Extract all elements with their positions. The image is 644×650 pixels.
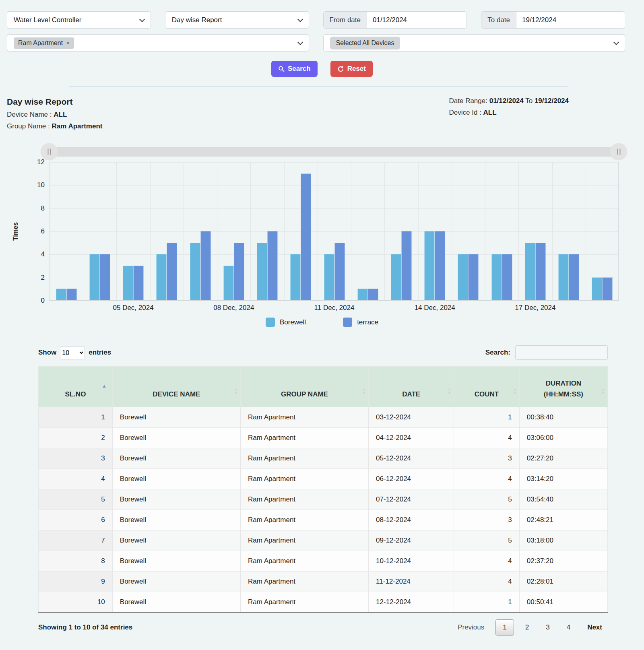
chevron-down-icon (297, 39, 303, 45)
search-button[interactable]: Search (271, 61, 318, 77)
gridline-vertical (83, 162, 83, 300)
cell-date: 04-12-2024 (369, 428, 454, 448)
report-type-select[interactable]: Day wise Report (165, 11, 309, 29)
table-row[interactable]: 1BorewellRam Apartment03-12-2024100:38:4… (39, 407, 608, 428)
bar-borewell (190, 243, 200, 300)
group-multiselect[interactable]: Ram Apartment × (7, 34, 309, 52)
remove-chip-icon[interactable]: × (66, 39, 70, 46)
gridline-horizontal (50, 231, 618, 232)
cell-device-name: Borewell (112, 592, 240, 613)
table-row[interactable]: 3BorewellRam Apartment05-12-2024302:27:2… (39, 448, 608, 469)
column-header-device-name[interactable]: DEVICE NAME▲▼ (112, 367, 240, 407)
pagination-page-1[interactable]: 1 (495, 619, 514, 636)
cell-slno: 9 (39, 572, 113, 592)
gridline-vertical (116, 162, 117, 300)
pagination-page-4[interactable]: 4 (561, 620, 576, 635)
cell-count: 5 (454, 530, 520, 551)
legend-item-borewell[interactable]: Borewell (266, 318, 306, 327)
filter-bar: Water Level Controller Day wise Report F… (0, 0, 644, 52)
table-row[interactable]: 7BorewellRam Apartment09-12-2024503:18:0… (39, 530, 608, 551)
to-date-input[interactable] (516, 12, 625, 28)
gridline-vertical (150, 162, 151, 300)
bar-borewell (123, 266, 133, 300)
search-button-label: Search (288, 65, 311, 73)
table-row[interactable]: 4BorewellRam Apartment06-12-2024403:14:2… (39, 469, 608, 489)
group-name-line: Group Name : Ram Apartment (7, 122, 102, 130)
chart-range-scrollbar[interactable] (49, 147, 619, 157)
gridline-horizontal (50, 208, 618, 209)
group-name-label: Group Name : (7, 122, 50, 130)
date-range-to-word: To (525, 97, 533, 105)
cell-duration: 00:50:41 (519, 592, 607, 613)
bar-terrace (602, 277, 613, 300)
table-row[interactable]: 2BorewellRam Apartment04-12-2024403:06:0… (39, 428, 608, 448)
table-row[interactable]: 5BorewellRam Apartment07-12-2024503:54:4… (39, 489, 608, 510)
table-row[interactable]: 9BorewellRam Apartment11-12-2024402:28:0… (39, 572, 608, 592)
report-header: Day wise Report Device Name : ALL Group … (0, 87, 644, 134)
table-row[interactable]: 8BorewellRam Apartment10-12-2024402:37:2… (39, 551, 608, 572)
to-date-group: To date (481, 11, 625, 29)
column-header-count[interactable]: COUNT▲▼ (454, 367, 520, 407)
sort-both-icon: ▲▼ (513, 388, 517, 395)
gridline-horizontal (50, 185, 618, 186)
cell-date: 09-12-2024 (369, 530, 454, 551)
page-title: Day wise Report (7, 97, 102, 107)
column-header-duration[interactable]: DURATION(HH:MM:SS)▲▼ (519, 367, 607, 407)
bar-terrace (502, 254, 512, 300)
gridline-vertical (318, 162, 318, 300)
legend-label: terrace (357, 318, 378, 326)
chevron-down-icon (613, 39, 619, 45)
x-tick-label: 05 Dec, 2024 (113, 304, 154, 312)
column-header-date[interactable]: DATE▲▼ (369, 367, 454, 407)
table-row[interactable]: 6BorewellRam Apartment08-12-2024302:48:2… (39, 510, 608, 530)
date-range-from: 01/12/2024 (489, 97, 524, 105)
gridline-vertical (384, 162, 385, 300)
pagination-previous[interactable]: Previous (452, 620, 490, 635)
cell-slno: 2 (39, 428, 113, 448)
pagination-page-3[interactable]: 3 (540, 620, 555, 635)
cell-group-name: Ram Apartment (240, 510, 368, 530)
column-header-group-name[interactable]: GROUP NAME▲▼ (240, 367, 368, 407)
x-tick-label: 17 Dec, 2024 (515, 304, 555, 312)
legend-label: Borewell (280, 318, 306, 326)
column-header-sl-no[interactable]: SL.NO▲ (39, 367, 113, 407)
cell-device-name: Borewell (112, 572, 240, 592)
gridline-vertical (351, 162, 351, 300)
cell-device-name: Borewell (112, 448, 240, 469)
device-name-label: Device Name : (7, 111, 52, 118)
scrollbar-right-handle-icon[interactable] (610, 143, 627, 161)
group-name-value: Ram Apartment (52, 122, 103, 130)
reset-icon (337, 66, 344, 72)
bar-borewell (290, 254, 301, 300)
pagination-page-2[interactable]: 2 (520, 620, 535, 635)
sort-both-icon: ▲▼ (448, 388, 451, 395)
gridline-vertical (518, 162, 519, 300)
table-search-input[interactable] (515, 345, 608, 360)
cell-duration: 03:18:00 (519, 530, 607, 551)
bar-terrace (100, 254, 110, 300)
table-row[interactable]: 10BorewellRam Apartment12-12-2024100:50:… (39, 592, 608, 613)
cell-device-name: Borewell (112, 530, 240, 551)
cell-group-name: Ram Apartment (240, 428, 368, 448)
cell-slno: 6 (39, 510, 113, 530)
report-table: SL.NO▲DEVICE NAME▲▼GROUP NAME▲▼DATE▲▼COU… (38, 366, 608, 613)
controller-select[interactable]: Water Level Controller (7, 11, 151, 29)
devices-multiselect[interactable]: Selected All Devices (323, 34, 625, 52)
devices-chip: Selected All Devices (330, 37, 400, 50)
cell-count: 4 (454, 469, 520, 489)
from-date-input[interactable] (367, 12, 467, 28)
pagination-next[interactable]: Next (582, 620, 608, 635)
entries-select[interactable]: 10 (60, 346, 85, 359)
sort-both-icon: ▲▼ (601, 388, 605, 395)
search-icon (278, 66, 285, 72)
legend-item-terrace[interactable]: terrace (343, 318, 378, 327)
gridline-vertical (452, 162, 452, 300)
cell-date: 03-12-2024 (369, 407, 454, 428)
cell-group-name: Ram Apartment (240, 551, 368, 572)
table-controls: Show 10 entries Search: (38, 345, 608, 360)
gridline-vertical (418, 162, 419, 300)
bar-borewell (89, 254, 100, 300)
reset-button[interactable]: Reset (330, 61, 373, 77)
cell-slno: 8 (39, 551, 113, 572)
bar-borewell (156, 254, 167, 300)
